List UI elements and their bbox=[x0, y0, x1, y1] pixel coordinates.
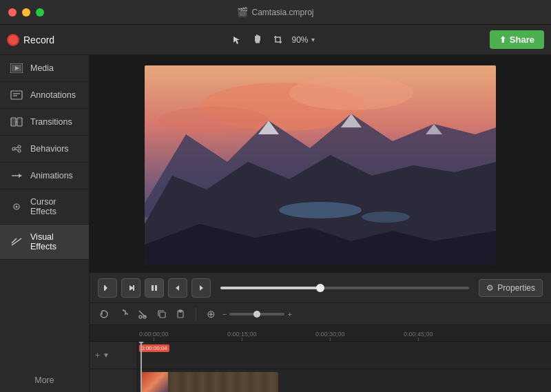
playback-timeline[interactable] bbox=[220, 287, 469, 289]
zoom-dropdown-arrow[interactable]: ▾ bbox=[311, 36, 315, 43]
ruler-tick-3: 0:00:45;00 bbox=[404, 331, 433, 341]
sidebar-label-transitions: Transitions bbox=[30, 117, 72, 127]
sidebar-label-animations: Animations bbox=[30, 171, 73, 180]
next-frame-button[interactable] bbox=[121, 278, 141, 298]
collapse-icon[interactable]: ▼ bbox=[103, 351, 110, 359]
record-label: Record bbox=[23, 34, 54, 45]
copy-button[interactable] bbox=[154, 307, 169, 322]
crop-tool[interactable] bbox=[271, 32, 286, 48]
add-track-icon[interactable]: + bbox=[95, 351, 100, 360]
zoom-level: 90% bbox=[291, 35, 308, 45]
sidebar-label-visual-effects: Visual Effects bbox=[30, 232, 79, 251]
sidebar-item-animations[interactable]: Animations bbox=[0, 163, 89, 189]
share-button[interactable]: ⬆ Share bbox=[490, 30, 544, 49]
timeline-tracks-area: + ▼ 0:00:00;04 bbox=[90, 342, 551, 392]
pan-tool[interactable] bbox=[250, 32, 265, 48]
timeline-ruler: 0:00:00;00 0:00:15;00 0:00:30;00 0:00:45… bbox=[90, 325, 551, 342]
video-preview bbox=[90, 55, 551, 272]
sidebar-label-media: Media bbox=[30, 63, 54, 73]
sidebar-label-cursor-effects: Cursor Effects bbox=[30, 197, 79, 216]
clip-timestamp: 0:00:00;04 bbox=[139, 344, 169, 352]
zoom-minus-icon[interactable]: − bbox=[222, 310, 227, 318]
sidebar-item-visual-effects[interactable]: Visual Effects bbox=[0, 225, 89, 260]
zoom-control[interactable]: 90% ▾ bbox=[291, 35, 314, 45]
playback-thumb[interactable] bbox=[316, 284, 324, 292]
divider bbox=[196, 308, 196, 320]
svg-point-30 bbox=[362, 212, 410, 223]
zoom-slider[interactable]: − + bbox=[222, 310, 292, 318]
sidebar-item-transitions[interactable]: Transitions bbox=[0, 109, 89, 136]
clip-thumbnail bbox=[141, 372, 168, 392]
svg-rect-45 bbox=[179, 310, 182, 312]
svg-point-41 bbox=[139, 316, 142, 318]
sidebar-item-cursor-effects[interactable]: Cursor Effects bbox=[0, 189, 89, 225]
zoom-plus-icon[interactable]: + bbox=[287, 310, 291, 318]
select-tool[interactable] bbox=[229, 32, 245, 48]
maximize-button[interactable] bbox=[36, 8, 44, 17]
playback-progress bbox=[220, 287, 320, 289]
ruler-tick-2: 0:00:30;00 bbox=[315, 331, 345, 341]
pause-button[interactable] bbox=[145, 278, 164, 298]
cut-button[interactable] bbox=[135, 307, 150, 322]
prev-frame-button[interactable] bbox=[98, 278, 117, 298]
zoom-in-icon[interactable]: ⊕ bbox=[203, 307, 218, 322]
step-back-button[interactable] bbox=[168, 278, 187, 298]
sidebar-label-behaviors: Behaviors bbox=[30, 144, 69, 154]
close-button[interactable] bbox=[8, 8, 17, 17]
minimize-button[interactable] bbox=[22, 8, 30, 17]
window-controls[interactable] bbox=[8, 8, 44, 17]
undo-button[interactable] bbox=[96, 307, 112, 322]
paste-button[interactable] bbox=[174, 307, 189, 322]
svg-rect-35 bbox=[133, 285, 134, 291]
video-clip[interactable] bbox=[141, 372, 278, 392]
properties-label: Properties bbox=[497, 283, 535, 293]
sidebar-item-media[interactable]: Media bbox=[0, 55, 89, 82]
redo-button[interactable] bbox=[116, 307, 131, 322]
sidebar-item-behaviors[interactable]: Behaviors bbox=[0, 136, 89, 163]
sidebar-more[interactable]: More bbox=[0, 369, 89, 392]
sidebar-item-annotations[interactable]: Annotations bbox=[0, 82, 89, 109]
track-label-row-1 bbox=[90, 369, 137, 392]
media-icon bbox=[10, 63, 23, 74]
track-content: 0:00:00;04 bbox=[138, 342, 551, 392]
cursor-effects-icon bbox=[10, 201, 23, 212]
svg-rect-6 bbox=[11, 118, 16, 126]
svg-point-11 bbox=[18, 149, 21, 152]
canvas-area: ⚙ Properties bbox=[90, 55, 551, 392]
main-content: Media Annotations Transitions bbox=[0, 55, 551, 392]
gear-icon: ⚙ bbox=[486, 283, 494, 293]
share-label: Share bbox=[510, 34, 534, 45]
svg-marker-15 bbox=[19, 174, 22, 178]
svg-point-22 bbox=[289, 76, 413, 110]
record-button[interactable]: Record bbox=[7, 34, 54, 46]
properties-button[interactable]: ⚙ Properties bbox=[479, 279, 543, 297]
playback-bar: ⚙ Properties bbox=[90, 272, 551, 302]
toolbar: Record 90% ▾ ⬆ Share bbox=[0, 25, 551, 55]
playhead[interactable] bbox=[141, 342, 142, 392]
record-dot bbox=[7, 34, 19, 46]
svg-line-12 bbox=[15, 147, 18, 148]
sidebar-label-annotations: Annotations bbox=[30, 90, 76, 100]
svg-point-9 bbox=[12, 147, 15, 150]
step-forward-button[interactable] bbox=[191, 278, 211, 298]
window-title: 🎬 Camtasia.cmproj bbox=[237, 7, 313, 17]
track-row-1: 0:00:00;04 bbox=[138, 342, 551, 369]
title-bar: 🎬 Camtasia.cmproj bbox=[0, 0, 551, 25]
svg-rect-37 bbox=[155, 285, 157, 291]
svg-line-13 bbox=[15, 149, 18, 150]
svg-rect-3 bbox=[11, 91, 22, 99]
track-row-2 bbox=[138, 369, 551, 392]
share-icon: ⬆ bbox=[499, 35, 506, 45]
svg-rect-36 bbox=[152, 285, 154, 291]
toolbar-tools: 90% ▾ bbox=[229, 32, 314, 48]
svg-marker-39 bbox=[200, 285, 203, 291]
track-add-row[interactable]: + ▼ bbox=[90, 342, 137, 369]
svg-point-10 bbox=[18, 145, 21, 148]
ruler-tick-0: 0:00:00;00 bbox=[139, 331, 169, 341]
annotations-icon bbox=[10, 90, 23, 101]
video-frame bbox=[145, 65, 496, 265]
file-icon: 🎬 bbox=[237, 7, 248, 17]
timeline-panel: ⊕ − + 0:00:00;00 0:00:15;00 0: bbox=[90, 302, 551, 392]
svg-rect-43 bbox=[160, 312, 165, 318]
svg-rect-33 bbox=[104, 285, 105, 291]
